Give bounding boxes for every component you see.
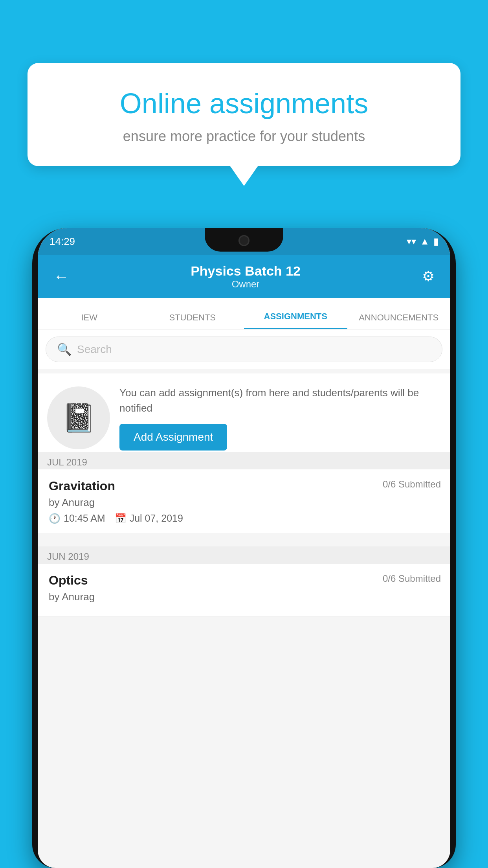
assignment-item-optics[interactable]: Optics 0/6 Submitted by Anurag — [38, 564, 450, 617]
speech-bubble-arrow — [230, 166, 258, 186]
assignment-icon-circle: 📓 — [47, 386, 110, 449]
status-icons: ▾▾ ▲ ▮ — [407, 236, 438, 247]
back-button[interactable]: ← — [50, 264, 73, 289]
assignment-submitted-optics: 0/6 Submitted — [383, 573, 441, 584]
phone-notch — [205, 228, 283, 252]
wifi-icon: ▾▾ — [407, 236, 416, 247]
add-assignment-button[interactable]: Add Assignment — [119, 424, 227, 451]
assignment-time-value: 10:45 AM — [64, 513, 105, 524]
status-time: 14:29 — [50, 235, 75, 248]
assignment-item-header: Gravitation 0/6 Submitted — [49, 479, 441, 493]
phone-screen: 14:29 ▾▾ ▲ ▮ ← Physics Batch 12 Owner ⚙ … — [38, 228, 450, 868]
add-assignment-content: You can add assignment(s) from here and … — [119, 385, 441, 451]
speech-bubble-card: Online assignments ensure more practice … — [28, 63, 460, 166]
assignment-submitted-gravitation: 0/6 Submitted — [383, 479, 441, 490]
assignment-title-optics: Optics — [49, 573, 88, 588]
tab-students[interactable]: STUDENTS — [141, 313, 244, 329]
search-section: 🔍 Search — [38, 329, 450, 369]
assignment-author-optics: by Anurag — [49, 591, 441, 603]
battery-icon: ▮ — [433, 236, 438, 247]
month-label-jun: JUN 2019 — [47, 551, 89, 562]
page-subtitle: Owner — [73, 279, 418, 290]
tabs-bar: IEW STUDENTS ASSIGNMENTS ANNOUNCEMENTS — [38, 298, 450, 329]
header-title-group: Physics Batch 12 Owner — [73, 263, 418, 290]
settings-button[interactable]: ⚙ — [418, 264, 438, 289]
tab-assignments[interactable]: ASSIGNMENTS — [244, 311, 347, 329]
clock-icon: 🕐 — [49, 513, 61, 524]
add-assignment-section: 📓 You can add assignment(s) from here an… — [38, 373, 450, 463]
app-header: ← Physics Batch 12 Owner ⚙ — [38, 255, 450, 298]
signal-icon: ▲ — [420, 236, 429, 247]
assignment-meta-gravitation: 🕐 10:45 AM 📅 Jul 07, 2019 — [49, 513, 441, 524]
month-label-jul: JUL 2019 — [47, 457, 87, 467]
assignment-date-value: Jul 07, 2019 — [130, 513, 183, 524]
search-icon: 🔍 — [57, 342, 72, 356]
tab-announcements[interactable]: ANNOUNCEMENTS — [347, 313, 451, 329]
search-bar[interactable]: 🔍 Search — [46, 337, 442, 362]
calendar-icon: 📅 — [115, 513, 127, 524]
assignment-item-header-optics: Optics 0/6 Submitted — [49, 573, 441, 588]
tab-iew[interactable]: IEW — [38, 313, 141, 329]
assignment-author-gravitation: by Anurag — [49, 497, 441, 509]
search-placeholder: Search — [77, 343, 112, 356]
phone-frame: 14:29 ▾▾ ▲ ▮ ← Physics Batch 12 Owner ⚙ … — [32, 228, 456, 868]
assignment-time-gravitation: 🕐 10:45 AM — [49, 513, 105, 524]
assignment-date-gravitation: 📅 Jul 07, 2019 — [115, 513, 183, 524]
notebook-icon: 📓 — [62, 402, 96, 434]
speech-bubble-container: Online assignments ensure more practice … — [28, 63, 460, 186]
assignment-title-gravitation: Gravitation — [49, 479, 115, 493]
add-assignment-description: You can add assignment(s) from here and … — [119, 385, 441, 416]
speech-bubble-title: Online assignments — [55, 86, 433, 120]
phone-camera — [238, 235, 250, 246]
page-title: Physics Batch 12 — [73, 263, 418, 279]
speech-bubble-subtitle: ensure more practice for your students — [55, 128, 433, 145]
assignment-item-gravitation[interactable]: Gravitation 0/6 Submitted by Anurag 🕐 10… — [38, 469, 450, 534]
